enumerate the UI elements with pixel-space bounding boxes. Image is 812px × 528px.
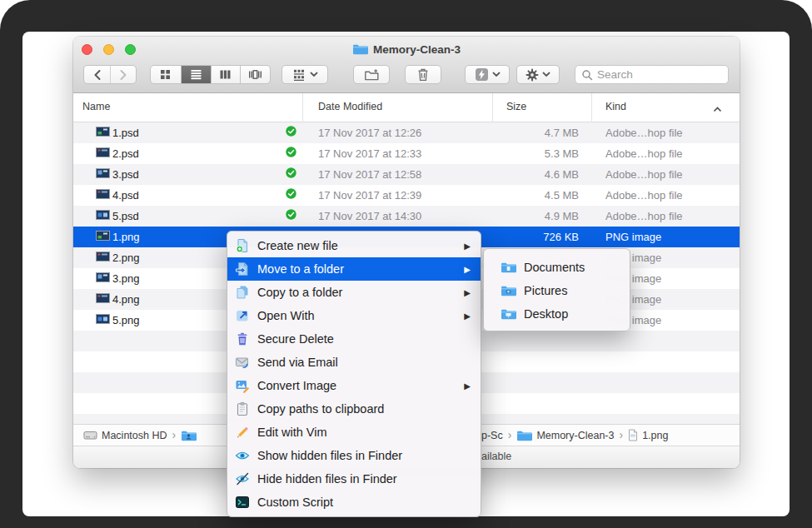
path-segment[interactable]: p-Sc (481, 430, 503, 441)
submenu-item-documents[interactable]: Documents (484, 256, 630, 279)
path-segment[interactable]: Memory-Clean-3 (516, 430, 614, 441)
file-kind: Adobe…hop file (605, 164, 683, 185)
menu-item-copy-paths-to-clipboard[interactable]: Copy paths to clipboard (227, 397, 481, 421)
menu-item-open-with[interactable]: Open With▶ (227, 304, 481, 327)
menu-item-label: Custom Script (257, 496, 333, 509)
menu-item-create-new-file[interactable]: Create new file▶ (227, 234, 481, 257)
file-row-5.psd[interactable]: 5.psd17 Nov 2017 at 14:304.9 MBAdobe…hop… (73, 206, 740, 227)
file-thumbnail-icon (96, 143, 110, 164)
file-row-3.psd[interactable]: 3.psd17 Nov 2017 at 12:584.6 MBAdobe…hop… (73, 164, 740, 185)
menu-item-edit-with-vim[interactable]: Edit with Vim (227, 421, 481, 444)
column-header-size[interactable]: Size (506, 101, 526, 112)
file-name: 4.png (112, 289, 140, 310)
submenu-item-label: Pictures (524, 284, 567, 297)
view-mode-column-view-button[interactable] (211, 66, 241, 83)
path-segment[interactable]: Macintosh HD (83, 429, 167, 441)
menu-item-show-hidden-files-in-finder[interactable]: Show hidden files in Finder (227, 444, 481, 467)
submenu-arrow-icon: ▶ (464, 288, 471, 297)
file-name: 1.psd (112, 122, 139, 143)
sync-check-badge-icon (286, 206, 296, 227)
menu-item-label: Edit with Vim (257, 426, 327, 439)
window-title-text: Memory-Clean-3 (373, 43, 461, 56)
icon-view-icon (159, 68, 172, 81)
doc-plus-icon (235, 238, 250, 253)
menu-item-label: Open With (257, 309, 315, 322)
menu-item-secure-delete[interactable]: Secure Delete (227, 327, 481, 351)
file-name: 5.psd (112, 206, 139, 227)
trash-blue-icon (235, 331, 250, 346)
back-button[interactable] (84, 66, 110, 83)
file-name: 3.psd (112, 164, 139, 185)
menu-item-label: Hide hidden files in Finder (257, 472, 397, 486)
coverflow-view-icon (248, 68, 262, 81)
menu-item-copy-to-a-folder[interactable]: Copy to a folder▶ (227, 281, 481, 304)
submenu-item-desktop[interactable]: Desktop (484, 302, 630, 326)
path-segment[interactable] (181, 430, 197, 441)
app-action-button[interactable] (465, 65, 510, 84)
new-folder-button[interactable] (353, 65, 390, 84)
drive-icon (83, 429, 97, 441)
context-menu: Create new file▶Move to a folder▶Copy to… (227, 231, 481, 517)
view-mode-icon-view-button[interactable] (151, 66, 181, 83)
file-thumbnail-icon (96, 206, 110, 227)
trash-outline-icon (417, 67, 429, 82)
action-gear-button[interactable] (516, 65, 560, 84)
close-button[interactable] (82, 44, 92, 55)
folder-icon (516, 430, 532, 441)
file-name: 5.png (112, 310, 140, 331)
column-divider[interactable] (492, 93, 493, 122)
column-header-date[interactable]: Date Modified (318, 101, 382, 112)
file-kind: Adobe…hop file (605, 122, 683, 143)
column-divider[interactable] (591, 93, 592, 122)
path-segment[interactable]: 1.png (628, 429, 668, 441)
folder-pictures-icon (501, 285, 516, 296)
file-size: 5.3 MB (492, 143, 579, 164)
open-with-icon (235, 308, 250, 323)
menu-item-send-via-email[interactable]: Send via Email (227, 351, 481, 374)
minimize-button[interactable] (103, 44, 114, 55)
file-kind: PNG image (605, 227, 661, 247)
column-header-kind[interactable]: Kind (605, 101, 626, 112)
menu-item-label: Copy to a folder (257, 286, 342, 299)
menu-item-move-to-a-folder[interactable]: Move to a folder▶ (227, 257, 481, 281)
submenu-item-pictures[interactable]: Pictures (484, 279, 630, 302)
file-name: 1.png (112, 227, 140, 247)
search-input[interactable] (597, 68, 705, 81)
file-size: 4.9 MB (492, 206, 579, 227)
terminal-icon (235, 495, 250, 510)
file-name: 3.png (112, 268, 140, 289)
arrange-grid-icon (292, 68, 306, 82)
file-row-4.psd[interactable]: 4.psd17 Nov 2017 at 12:394.5 MBAdobe…hop… (73, 185, 740, 206)
menu-item-custom-script[interactable]: Custom Script (227, 491, 481, 514)
menu-item-hide-hidden-files-in-finder[interactable]: Hide hidden files in Finder (227, 467, 481, 491)
view-mode-list-view-button[interactable] (181, 66, 211, 83)
file-row-2.psd[interactable]: 2.psd17 Nov 2017 at 12:335.3 MBAdobe…hop… (73, 143, 740, 164)
path-right-group: p-Sc›Memory-Clean-3›1.png (481, 425, 668, 446)
eye-icon (235, 448, 250, 463)
search-field[interactable] (575, 65, 729, 84)
menu-item-convert-image[interactable]: Convert Image▶ (227, 374, 481, 397)
column-view-icon (219, 68, 232, 81)
zoom-button[interactable] (125, 44, 136, 55)
status-text-fragment: ailable (481, 451, 511, 462)
view-mode-coverflow-view-button[interactable] (240, 66, 270, 83)
arrange-button[interactable] (281, 65, 328, 84)
convert-image-icon (235, 378, 250, 393)
file-date: 17 Nov 2017 at 12:58 (318, 164, 421, 185)
email-icon (235, 355, 250, 370)
menu-item-label: Secure Delete (257, 332, 334, 346)
delete-button[interactable] (405, 65, 441, 84)
column-divider[interactable] (302, 93, 303, 122)
sync-check-badge-icon (286, 164, 296, 185)
forward-button[interactable] (110, 66, 136, 83)
column-header-name[interactable]: Name (82, 101, 110, 112)
file-kind: Adobe…hop file (605, 143, 683, 164)
file-row-1.psd[interactable]: 1.psd17 Nov 2017 at 12:264.7 MBAdobe…hop… (73, 122, 740, 143)
file-thumbnail-icon (96, 289, 110, 310)
file-date: 17 Nov 2017 at 12:39 (318, 185, 421, 206)
folder-desktop-icon (501, 308, 516, 320)
submenu-arrow-icon: ▶ (464, 381, 471, 391)
submenu-item-label: Documents (524, 261, 585, 274)
chevron-down-icon (492, 72, 501, 77)
window-chrome: Memory-Clean-3 (73, 37, 740, 93)
